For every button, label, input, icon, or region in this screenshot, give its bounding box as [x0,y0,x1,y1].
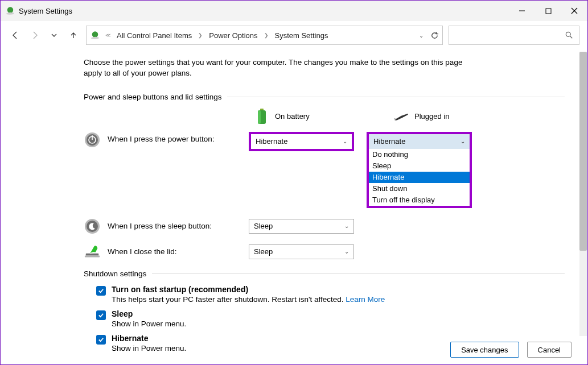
breadcrumb-item-power[interactable]: Power Options [209,31,257,40]
power-button-plugged-value: Hibernate [373,137,405,146]
check-icon [98,288,104,294]
sleep-menu-desc: Show in Power menu. [112,320,186,328]
minimize-button[interactable] [509,1,535,21]
hibernate-menu-title: Hibernate [112,334,186,343]
plug-icon [394,108,409,125]
close-button[interactable] [561,1,587,21]
sleep-menu-checkbox[interactable] [96,310,106,320]
power-button-battery-select[interactable]: Hibernate ⌄ [249,132,354,151]
column-plugged-in-label: Plugged in [414,112,449,121]
sleep-button-row-label: When I press the sleep button: [108,222,249,230]
divider [152,273,565,274]
svg-line-7 [570,36,573,39]
lid-battery-value: Sleep [254,247,273,256]
column-on-battery: On battery [254,108,360,125]
sleep-menu-title: Sleep [112,309,186,318]
battery-icon [254,108,269,125]
dropdown-option-do-nothing[interactable]: Do nothing [369,149,470,160]
svg-rect-2 [546,9,551,14]
scrollbar[interactable] [579,52,587,336]
power-button-battery-value: Hibernate [256,137,287,146]
lid-battery-select[interactable]: Sleep ⌄ [249,244,354,259]
svg-point-0 [7,7,14,13]
breadcrumb-item-system[interactable]: System Settings [275,31,328,40]
window-title: System Settings [19,7,72,15]
learn-more-link[interactable]: Learn More [346,295,385,304]
check-icon [98,337,104,343]
svg-rect-12 [394,119,396,120]
lid-row-label: When I close the lid: [108,247,249,256]
fast-startup-checkbox[interactable] [96,286,106,296]
up-button[interactable] [67,28,80,42]
dropdown-option-sleep[interactable]: Sleep [369,160,470,172]
save-changes-button[interactable]: Save changes [450,342,519,358]
power-button-icon [84,132,100,148]
scrollbar-thumb[interactable] [579,52,587,251]
column-plugged-in: Plugged in [394,108,499,125]
search-icon [565,31,573,39]
intro-text: Choose the power settings that you want … [84,57,482,79]
svg-rect-19 [86,254,99,256]
chevron-down-icon: ⌄ [344,248,349,255]
svg-point-6 [566,32,570,36]
address-bar[interactable]: ≪ All Control Panel Items ❯ Power Option… [86,26,443,45]
dropdown-option-hibernate[interactable]: Hibernate [369,172,470,183]
dropdown-option-shut-down[interactable]: Shut down [369,183,470,194]
dropdown-option-turn-off-display[interactable]: Turn off the display [369,194,470,206]
fast-startup-desc: This helps start your PC faster after sh… [112,295,385,304]
column-on-battery-label: On battery [275,112,310,121]
sleep-button-battery-value: Sleep [254,222,273,230]
section-shutdown-title: Shutdown settings [84,269,146,278]
hibernate-menu-checkbox[interactable] [96,335,106,345]
check-icon [98,312,104,318]
refresh-icon[interactable] [430,31,439,40]
search-input[interactable] [449,26,579,45]
cancel-button[interactable]: Cancel [527,342,571,358]
svg-rect-11 [394,118,396,119]
breadcrumb-sep-icon: ❯ [264,32,269,38]
chevron-down-icon: ⌄ [344,223,349,229]
maximize-button[interactable] [535,1,561,21]
titlebar: System Settings [1,1,587,21]
breadcrumb-sep-icon: ❯ [198,32,203,38]
chevron-down-icon: ⌄ [460,138,465,144]
chevron-down-icon: ⌄ [343,138,347,144]
hibernate-menu-desc: Show in Power menu. [112,344,186,352]
breadcrumb-item-all[interactable]: All Control Panel Items [117,31,192,40]
svg-rect-10 [258,110,261,124]
power-button-row-label: When I press the power button: [108,135,249,143]
section-power-buttons-title: Power and sleep buttons and lid settings [84,93,221,101]
laptop-lid-icon [84,244,101,259]
divider [227,97,565,97]
fast-startup-title: Turn on fast startup (recommended) [112,285,385,294]
app-icon [5,6,15,16]
svg-rect-20 [85,255,100,257]
svg-rect-8 [260,109,264,110]
power-button-plugged-select[interactable]: Hibernate ⌄ Do nothing Sleep Hibernate S… [367,132,472,208]
svg-point-5 [92,31,98,38]
address-app-icon [90,30,100,40]
sleep-button-icon [84,218,100,234]
address-dropdown-icon[interactable]: ⌄ [419,32,423,39]
back-button[interactable] [9,28,22,42]
forward-button[interactable] [28,28,42,42]
recent-locations-button[interactable] [47,28,61,42]
navbar: ≪ All Control Panel Items ❯ Power Option… [1,21,587,49]
overflow-chevron-icon[interactable]: ≪ [105,32,110,38]
sleep-button-battery-select[interactable]: Sleep ⌄ [249,219,354,234]
